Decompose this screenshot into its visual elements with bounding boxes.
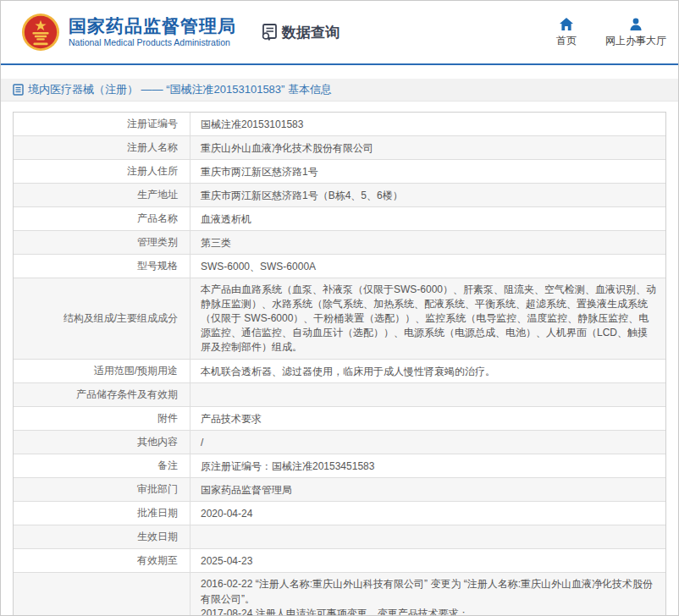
table-row: 附件 产品技术要求: [14, 407, 665, 431]
table-row: 生产地址 重庆市两江新区慈济路1号（B栋4、5、6楼）: [14, 184, 665, 207]
nmpa-logo: 国家药品监督管理局 National Medical Products Admi…: [21, 13, 236, 52]
row-label: 产品储存条件及有效期: [14, 383, 190, 406]
header-nav: 首页 网上办事大厅: [527, 17, 666, 48]
row-label: 其他内容: [14, 431, 190, 454]
row-label: 产品名称: [14, 207, 190, 230]
table-row: 审批部门 国家药品监督管理局: [14, 478, 665, 502]
row-label: 注册人名称: [14, 136, 190, 159]
row-label: 变更情况: [14, 573, 190, 616]
table-row: 有效期至 2025-04-23: [14, 549, 665, 573]
row-value: 2016-02-22 “注册人名称:重庆山外山科技有限公司” 变更为 “注册人名…: [190, 573, 665, 616]
row-value: 2025-04-23: [190, 549, 665, 572]
row-value: 原注册证编号：国械注准20153451583: [190, 454, 665, 477]
row-value: 重庆山外山血液净化技术股份有限公司: [190, 136, 665, 159]
row-label: 生产地址: [14, 184, 190, 206]
table-row: 注册证编号 国械注准20153101583: [14, 113, 665, 136]
row-label: 管理类别: [14, 231, 190, 254]
logo-text: 国家药品监督管理局 National Medical Products Admi…: [69, 16, 236, 48]
page: 国家药品监督管理局 National Medical Products Admi…: [0, 0, 679, 616]
row-label: 生效日期: [14, 525, 190, 548]
nav-home[interactable]: 首页: [556, 17, 577, 48]
data-query-label: 数据查询: [282, 23, 340, 42]
row-value: 国家药品监督管理局: [190, 478, 665, 501]
home-icon: [559, 17, 574, 31]
row-value: 本机联合透析器、滤过器使用，临床用于成人慢性肾衰竭的治疗。: [190, 360, 665, 382]
breadcrumb-text: 境内医疗器械（注册） —— “国械注准20153101583” 基本信息: [28, 82, 332, 97]
table-row: 型号规格 SWS-6000、SWS-6000A: [14, 255, 665, 278]
header-spacer: [1, 65, 678, 79]
table-row-changes: 变更情况 2016-02-22 “注册人名称:重庆山外山科技有限公司” 变更为 …: [14, 573, 665, 616]
row-label: 结构及组成/主要组成成分: [14, 278, 190, 359]
data-search-icon: [260, 23, 279, 41]
table-row: 注册人住所 重庆市两江新区慈济路1号: [14, 160, 665, 184]
row-label: 型号规格: [14, 255, 190, 278]
row-label: 附件: [14, 407, 190, 430]
row-value: [190, 525, 665, 548]
table-row-structure: 结构及组成/主要组成成分 本产品由血路系统（血泵、补液泵（仅限于SWS-6000…: [14, 278, 665, 360]
row-value: 重庆市两江新区慈济路1号（B栋4、5、6楼）: [190, 184, 665, 206]
registration-info-table: 注册证编号 国械注准20153101583 注册人名称 重庆山外山血液净化技术股…: [13, 112, 666, 616]
site-header: 国家药品监督管理局 National Medical Products Admi…: [1, 1, 678, 65]
table-row: 备注 原注册证编号：国械注准20153451583: [14, 454, 665, 478]
row-label: 注册证编号: [14, 113, 190, 135]
row-label: 审批部门: [14, 478, 190, 501]
row-value: 重庆市两江新区慈济路1号: [190, 160, 665, 183]
row-label: 有效期至: [14, 549, 190, 572]
row-value: 本产品由血路系统（血泵、补液泵（仅限于SWS-6000）、肝素泵、阻流夹、空气检…: [190, 278, 665, 359]
table-row: 批准日期 2020-04-24: [14, 502, 665, 525]
nav-online-hall[interactable]: 网上办事大厅: [605, 17, 666, 48]
site-subtitle: National Medical Products Administration: [69, 36, 236, 48]
row-value: 第三类: [190, 231, 665, 254]
change-line: 2017-08-24 注册人申请许可事项变更，变更产品技术要求：: [201, 607, 657, 616]
document-icon: [13, 84, 24, 96]
row-label: 适用范围/预期用途: [14, 360, 190, 382]
row-value: SWS-6000、SWS-6000A: [190, 255, 665, 278]
row-label: 备注: [14, 454, 190, 477]
data-query-section[interactable]: 数据查询: [260, 23, 340, 42]
change-line: 2016-02-22 “注册人名称:重庆山外山科技有限公司” 变更为 “注册人名…: [201, 577, 657, 607]
table-row: 适用范围/预期用途 本机联合透析器、滤过器使用，临床用于成人慢性肾衰竭的治疗。: [14, 360, 665, 383]
nav-online-hall-label: 网上办事大厅: [605, 34, 666, 48]
row-label: 注册人住所: [14, 160, 190, 183]
table-row: 其他内容 /: [14, 431, 665, 454]
user-icon: [628, 17, 643, 31]
table-row: 注册人名称 重庆山外山血液净化技术股份有限公司: [14, 136, 665, 160]
row-label: 批准日期: [14, 502, 190, 525]
table-row: 产品储存条件及有效期: [14, 383, 665, 407]
row-value: 产品技术要求: [190, 407, 665, 430]
nav-home-label: 首页: [556, 34, 577, 48]
site-title: 国家药品监督管理局: [69, 16, 236, 36]
row-value: [190, 383, 665, 406]
row-value: /: [190, 431, 665, 454]
row-value: 血液透析机: [190, 207, 665, 230]
breadcrumb: 境内医疗器械（注册） —— “国械注准20153101583” 基本信息: [1, 79, 678, 102]
table-row: 产品名称 血液透析机: [14, 207, 665, 231]
row-value: 国械注准20153101583: [190, 113, 665, 135]
table-row: 生效日期: [14, 525, 665, 549]
row-value: 2020-04-24: [190, 502, 665, 525]
table-row: 管理类别 第三类: [14, 231, 665, 255]
national-emblem-icon: [21, 13, 60, 52]
